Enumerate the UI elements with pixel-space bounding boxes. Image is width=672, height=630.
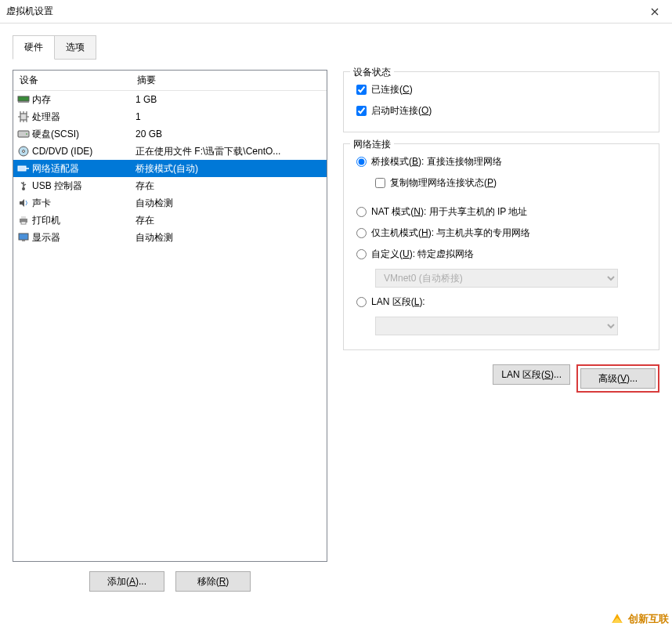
device-name: 硬盘(SCSI) xyxy=(32,128,132,141)
device-row[interactable]: 打印机存在 xyxy=(13,212,327,229)
replicate-label: 复制物理网络连接状态(P) xyxy=(390,176,497,190)
disk-icon xyxy=(16,128,31,140)
net-icon xyxy=(16,162,31,175)
device-name: 处理器 xyxy=(32,110,132,124)
lan-segment-select xyxy=(375,317,618,335)
network-legend: 网络连接 xyxy=(350,138,394,151)
device-summary: 桥接模式(自动) xyxy=(132,162,327,176)
device-name: 显示器 xyxy=(32,231,132,244)
device-summary: 自动检测 xyxy=(132,197,327,210)
device-row[interactable]: 网络适配器桥接模式(自动) xyxy=(13,160,327,177)
vmnet-select: VMnet0 (自动桥接) xyxy=(375,269,618,288)
device-summary: 自动检测 xyxy=(132,231,327,244)
hostonly-radio[interactable] xyxy=(356,228,367,238)
bridged-label: 桥接模式(B): 直接连接物理网络 xyxy=(371,155,502,168)
network-group: 网络连接 桥接模式(B): 直接连接物理网络 复制物理网络连接状态(P) NAT… xyxy=(343,143,659,350)
svg-rect-2 xyxy=(20,114,27,120)
device-name: 打印机 xyxy=(32,214,132,227)
title-bar: 虚拟机设置 xyxy=(0,0,672,24)
device-row[interactable]: 处理器1 xyxy=(13,108,327,125)
device-row[interactable]: 硬盘(SCSI)20 GB xyxy=(13,125,327,143)
col-device[interactable]: 设备 xyxy=(13,71,131,90)
watermark-logo-icon xyxy=(609,611,625,627)
status-group: 设备状态 已连接(C) 启动时连接(O) xyxy=(343,71,659,132)
replicate-checkbox[interactable] xyxy=(375,178,385,188)
svg-rect-10 xyxy=(21,216,26,219)
device-summary: 1 xyxy=(132,111,327,122)
watermark-text: 创新互联 xyxy=(628,612,669,626)
add-label: 添加(A)... xyxy=(107,576,146,587)
connected-checkbox[interactable] xyxy=(356,85,367,95)
watermark: 创新互联 xyxy=(609,611,669,627)
advanced-button[interactable]: 高级(V)... xyxy=(580,368,656,389)
left-buttons: 添加(A)... 移除(R) xyxy=(13,562,327,592)
status-legend: 设备状态 xyxy=(350,66,394,79)
nat-radio[interactable] xyxy=(356,207,367,217)
close-icon xyxy=(651,8,659,16)
svg-rect-13 xyxy=(22,240,25,241)
hostonly-label: 仅主机模式(H): 与主机共享的专用网络 xyxy=(371,226,530,240)
content-area: 设备 摘要 内存1 GB处理器1硬盘(SCSI)20 GBCD/DVD (IDE… xyxy=(0,59,672,599)
custom-label: 自定义(U): 特定虚拟网络 xyxy=(371,248,474,261)
device-row[interactable]: CD/DVD (IDE)正在使用文件 F:\迅雷下载\CentO... xyxy=(13,143,327,160)
usb-icon xyxy=(16,179,31,192)
device-summary: 存在 xyxy=(132,179,327,193)
device-name: CD/DVD (IDE) xyxy=(32,146,132,157)
device-row[interactable]: 声卡自动检测 xyxy=(13,194,327,212)
cd-icon xyxy=(16,145,31,158)
device-name: 网络适配器 xyxy=(32,162,132,176)
col-summary[interactable]: 摘要 xyxy=(131,71,327,90)
device-list-header: 设备 摘要 xyxy=(13,71,327,91)
connected-label: 已连接(C) xyxy=(371,83,413,96)
connect-at-poweron-label: 启动时连接(O) xyxy=(371,104,432,118)
bridged-radio[interactable] xyxy=(356,157,367,167)
device-name: 内存 xyxy=(32,93,132,107)
display-icon xyxy=(16,231,31,244)
svg-rect-11 xyxy=(21,222,26,224)
device-summary: 存在 xyxy=(132,214,327,227)
lan-segments-button[interactable]: LAN 区段(S)... xyxy=(493,364,570,385)
nat-label: NAT 模式(N): 用于共享主机的 IP 地址 xyxy=(371,205,527,219)
device-name: 声卡 xyxy=(32,197,132,210)
printer-icon xyxy=(16,214,31,226)
svg-rect-7 xyxy=(18,166,26,171)
tab-hardware[interactable]: 硬件 xyxy=(13,35,55,60)
device-summary: 1 GB xyxy=(132,94,327,105)
lan-segment-label: LAN 区段(L): xyxy=(371,295,425,309)
device-row[interactable]: USB 控制器存在 xyxy=(13,177,327,194)
advanced-highlight: 高级(V)... xyxy=(576,364,659,393)
device-name: USB 控制器 xyxy=(32,179,132,193)
svg-point-6 xyxy=(23,150,25,153)
device-row[interactable]: 内存1 GB xyxy=(13,91,327,108)
right-buttons: LAN 区段(S)... 高级(V)... xyxy=(343,364,659,393)
remove-label: 移除(R) xyxy=(197,576,229,587)
add-button[interactable]: 添加(A)... xyxy=(89,571,164,592)
memory-icon xyxy=(16,93,31,106)
svg-rect-0 xyxy=(18,96,29,101)
device-row[interactable]: 显示器自动检测 xyxy=(13,229,327,246)
tab-options[interactable]: 选项 xyxy=(55,35,96,60)
remove-button[interactable]: 移除(R) xyxy=(175,571,251,592)
device-summary: 20 GB xyxy=(132,129,327,139)
lan-segment-radio[interactable] xyxy=(356,297,367,307)
sound-icon xyxy=(16,197,31,209)
svg-rect-1 xyxy=(18,101,29,103)
tabs: 硬件 选项 xyxy=(0,24,672,59)
cpu-icon xyxy=(16,110,31,123)
svg-rect-12 xyxy=(19,234,28,240)
left-panel: 设备 摘要 内存1 GB处理器1硬盘(SCSI)20 GBCD/DVD (IDE… xyxy=(13,70,327,592)
right-panel: 设备状态 已连接(C) 启动时连接(O) 网络连接 桥接模式(B): 直接连接物… xyxy=(343,70,659,592)
device-list: 设备 摘要 内存1 GB处理器1硬盘(SCSI)20 GBCD/DVD (IDE… xyxy=(13,70,327,562)
window-title: 虚拟机设置 xyxy=(6,5,644,18)
close-button[interactable] xyxy=(644,4,666,20)
custom-radio[interactable] xyxy=(356,249,367,259)
svg-point-4 xyxy=(26,133,27,135)
connect-at-poweron-checkbox[interactable] xyxy=(356,106,367,116)
device-summary: 正在使用文件 F:\迅雷下载\CentO... xyxy=(132,145,327,158)
